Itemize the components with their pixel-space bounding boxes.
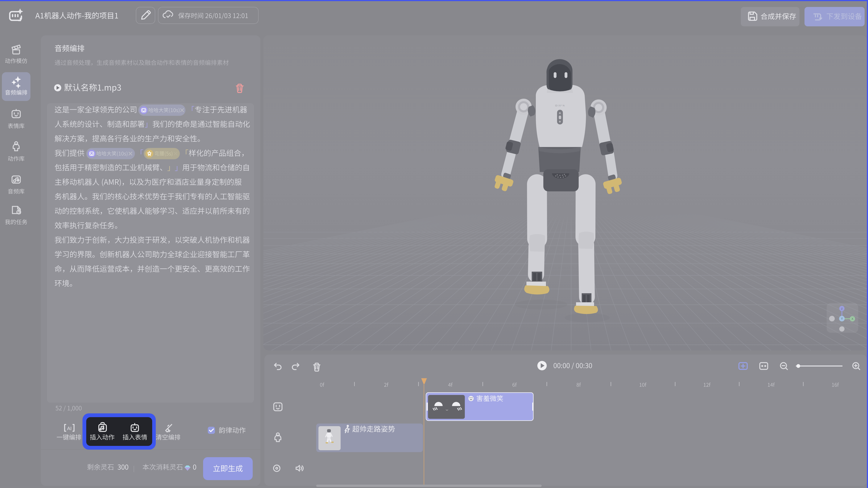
svg-text:AI: AI [67,426,72,431]
